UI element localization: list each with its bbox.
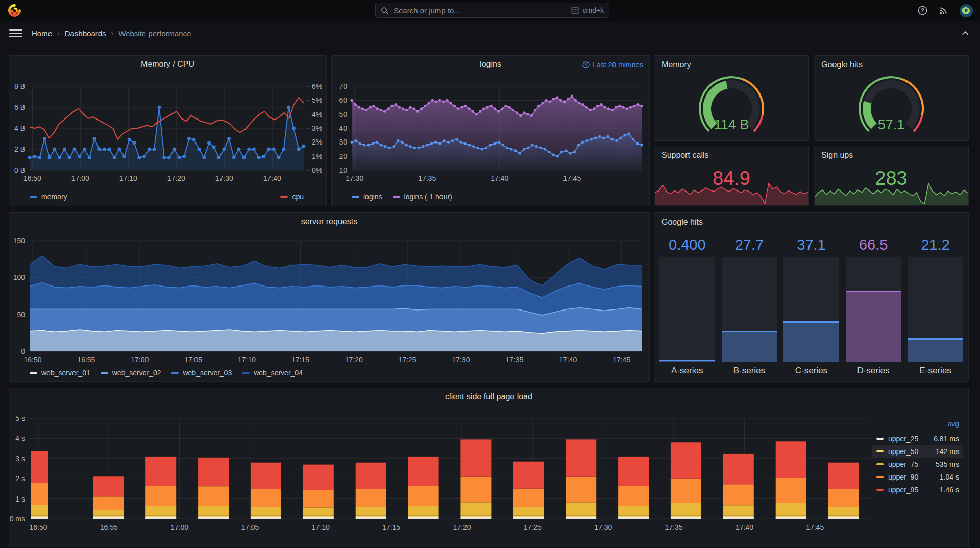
svg-text:17:20: 17:20 — [453, 523, 471, 531]
logins-chart[interactable]: 17:3017:3517:4017:4570605040302010 — [332, 56, 649, 206]
svg-text:6 B: 6 B — [14, 103, 25, 111]
svg-text:17:15: 17:15 — [382, 523, 400, 531]
bar-gauge-fill — [659, 360, 715, 362]
bar-gauge-label: B-series — [722, 362, 777, 376]
user-avatar[interactable] — [960, 4, 973, 17]
svg-text:17:05: 17:05 — [184, 355, 202, 364]
legend-label: upper_95 — [888, 486, 918, 494]
legend-item-upper_95[interactable]: upper_951.46 s — [872, 483, 963, 496]
panel-title[interactable]: Google hits — [821, 60, 863, 69]
bar-gauge-column-B-series: 27.7B-series — [722, 236, 777, 376]
legend-item-web_server_01[interactable]: web_server_01 — [30, 369, 90, 377]
svg-text:50: 50 — [339, 110, 347, 118]
legend-avg-header[interactable]: avg — [872, 420, 963, 432]
legend-swatch — [876, 463, 884, 465]
client-load-chart[interactable]: 16:5016:5517:0017:0517:1017:1517:2017:25… — [9, 388, 968, 547]
panel-title[interactable]: Google hits — [662, 218, 703, 227]
svg-text:0%: 0% — [312, 166, 322, 174]
help-icon[interactable]: ? — [918, 6, 927, 15]
legend-item-web_server_03[interactable]: web_server_03 — [171, 369, 232, 377]
legend-swatch — [30, 196, 37, 198]
panel-title[interactable]: Sign ups — [821, 151, 853, 160]
bar-gauge-value: 37.1 — [783, 236, 839, 257]
legend-label: logins (-1 hour) — [404, 193, 452, 201]
legend-item-upper_75[interactable]: upper_75535 ms — [872, 458, 963, 470]
legend-label: web_server_03 — [183, 369, 232, 377]
memory-gauge: 114 B — [654, 70, 808, 140]
svg-text:30: 30 — [339, 138, 347, 146]
svg-text:57.1: 57.1 — [878, 117, 905, 132]
legend-swatch — [101, 372, 108, 374]
panel-title[interactable]: Memory — [662, 60, 691, 69]
bar-gauge-column-D-series: 66.5D-series — [846, 236, 901, 376]
support-calls-sparkline — [655, 182, 808, 205]
legend-item-upper_90[interactable]: upper_901.04 s — [872, 470, 963, 483]
svg-text:4 B: 4 B — [14, 124, 25, 132]
legend-label: upper_90 — [888, 473, 918, 481]
legend-item-memory[interactable]: memory — [30, 193, 67, 201]
legend-label: memory — [41, 193, 67, 201]
svg-text:5%: 5% — [312, 96, 322, 104]
legend-swatch — [30, 372, 37, 374]
search-input[interactable] — [393, 6, 571, 15]
svg-text:17:45: 17:45 — [563, 174, 581, 182]
search-icon — [381, 7, 388, 14]
svg-text:60: 60 — [339, 96, 347, 104]
svg-text:17:00: 17:00 — [71, 174, 89, 182]
collapse-chevron-up-icon[interactable] — [960, 28, 971, 39]
breadcrumb-bar: Home › Dashboards › Website performance — [0, 21, 980, 45]
breadcrumb: Home › Dashboards › Website performance — [32, 21, 191, 45]
svg-text:1%: 1% — [312, 152, 322, 160]
panel-memory-cpu: Memory / CPU 16:5017:0017:1017:2017:3017… — [9, 55, 327, 206]
keyboard-icon — [571, 7, 579, 14]
legend-avg-value: 1.04 s — [940, 473, 959, 481]
svg-text:50: 50 — [17, 311, 25, 319]
legend-swatch — [876, 450, 884, 452]
svg-text:17:30: 17:30 — [452, 355, 470, 364]
svg-text:100: 100 — [13, 273, 26, 281]
legend-avg-value: 535 ms — [936, 460, 959, 468]
legend-item-logins[interactable]: logins — [352, 193, 382, 201]
svg-text:17:30: 17:30 — [594, 523, 612, 531]
svg-text:8 B: 8 B — [14, 82, 25, 90]
svg-text:17:10: 17:10 — [312, 523, 330, 531]
top-navbar: cmd+k ? — [0, 0, 980, 21]
legend-label: cpu — [292, 193, 304, 201]
news-rss-icon[interactable] — [939, 6, 948, 15]
legend-item-upper_50[interactable]: upper_50142 ms — [872, 445, 963, 458]
svg-text:17:40: 17:40 — [491, 174, 508, 182]
legend-swatch — [280, 196, 288, 198]
svg-text:17:25: 17:25 — [524, 523, 542, 531]
legend-swatch — [876, 438, 884, 440]
svg-text:4%: 4% — [312, 110, 322, 118]
server-requests-chart[interactable]: 16:5016:5517:0017:0517:1017:1517:2017:25… — [9, 213, 649, 381]
legend-item-logins (-1 hour)[interactable]: logins (-1 hour) — [393, 193, 452, 201]
grafana-logo[interactable] — [8, 4, 21, 17]
google-hits-bar-gauge: 0.400A-series27.7B-series37.1C-series66.… — [659, 236, 963, 376]
legend-item-web_server_04[interactable]: web_server_04 — [242, 369, 303, 377]
legend-item-web_server_02[interactable]: web_server_02 — [101, 369, 161, 377]
legend-item-cpu[interactable]: cpu — [280, 193, 304, 201]
legend-label: upper_75 — [888, 460, 918, 468]
legend-item-upper_25[interactable]: upper_256.81 ms — [872, 432, 963, 445]
search-bar[interactable]: cmd+k — [375, 3, 609, 18]
bar-gauge-value: 21.2 — [908, 236, 963, 257]
memory-cpu-chart[interactable]: 16:5017:0017:1017:2017:3017:408 B6 B4 B2… — [9, 56, 326, 206]
svg-text:17:10: 17:10 — [238, 355, 256, 364]
bar-gauge-fill — [908, 338, 963, 362]
svg-text:1 s: 1 s — [15, 495, 25, 503]
svg-text:17:35: 17:35 — [418, 174, 436, 182]
breadcrumb-dashboards[interactable]: Dashboards — [65, 29, 106, 38]
legend-avg-value: 142 ms — [936, 447, 959, 456]
bar-gauge-bar — [722, 257, 777, 362]
breadcrumb-home[interactable]: Home — [32, 29, 52, 38]
svg-text:0 B: 0 B — [14, 166, 25, 174]
menu-toggle-icon[interactable] — [9, 27, 22, 39]
svg-text:2 s: 2 s — [15, 474, 25, 483]
svg-text:16:50: 16:50 — [29, 523, 47, 531]
panel-logins: logins Last 20 minutes 17:3017:3517:4017… — [331, 55, 650, 206]
svg-text:3%: 3% — [312, 124, 322, 132]
svg-text:0 ms: 0 ms — [10, 515, 25, 523]
svg-text:16:55: 16:55 — [100, 523, 118, 531]
panel-title[interactable]: Support calls — [662, 151, 709, 160]
